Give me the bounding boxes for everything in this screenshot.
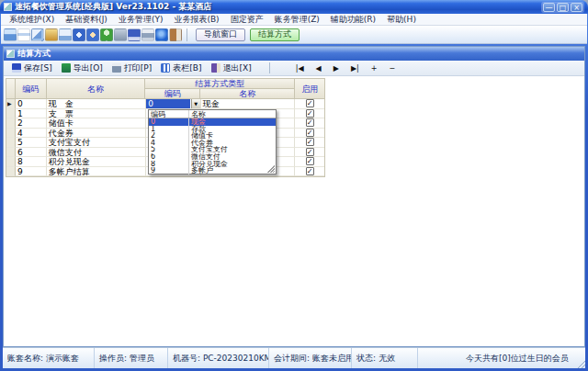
checkbox-checked[interactable]: ✓: [306, 167, 314, 175]
save-icon[interactable]: [128, 28, 141, 41]
panel-icon[interactable]: [114, 28, 127, 41]
editor-selected-text: 0: [146, 99, 190, 108]
name-cell[interactable]: 积分兑现金: [47, 157, 146, 167]
list-item[interactable]: 4 代金券: [149, 140, 276, 147]
list-item[interactable]: 6 微信支付: [149, 153, 276, 161]
first-record-button[interactable]: |◀: [296, 64, 304, 73]
menu-help[interactable]: 帮助(H): [381, 14, 422, 26]
dropdown-header: 编码 名称: [149, 110, 276, 118]
name-cell[interactable]: 现 金: [47, 99, 146, 109]
cascade-windows-icon[interactable]: [31, 28, 44, 41]
columns-button[interactable]: 表栏[B]: [156, 62, 206, 74]
menu-accounting[interactable]: 账务管理(Z): [269, 14, 325, 26]
delete-record-button[interactable]: −: [389, 64, 395, 73]
dropdown-item-name: 微信支付: [189, 153, 276, 161]
enabled-cell[interactable]: ✓: [295, 138, 324, 148]
dropdown-item-code: 2: [149, 132, 189, 140]
maximize-button[interactable]: □: [557, 3, 569, 12]
list-item[interactable]: 2 储值卡: [149, 132, 276, 140]
name-cell[interactable]: 代金券: [47, 129, 146, 139]
tab-settlement-method[interactable]: 结算方式: [250, 28, 300, 41]
checkbox-checked[interactable]: ✓: [306, 118, 314, 127]
enabled-cell[interactable]: ✓: [295, 109, 324, 119]
checkbox-checked[interactable]: ✓: [306, 109, 314, 118]
header-type-name[interactable]: 名称: [200, 89, 295, 99]
next-record-button[interactable]: ▶: [334, 64, 339, 73]
status-birthday-members: 今天共有[0]位过生日的会员: [418, 348, 585, 368]
name-cell[interactable]: 储值卡: [47, 118, 146, 129]
code-cell[interactable]: 1: [16, 109, 47, 119]
checkbox-checked[interactable]: ✓: [306, 157, 314, 165]
exit-icon[interactable]: [169, 28, 182, 41]
code-cell[interactable]: 6: [16, 148, 47, 158]
enabled-cell[interactable]: ✓: [295, 118, 324, 129]
dropdown-item-name: 存款: [189, 126, 276, 133]
type-name-cell[interactable]: 现金: [201, 99, 295, 109]
export-button[interactable]: 导出[O]: [57, 62, 107, 74]
list-item[interactable]: 5 支付宝支付: [149, 146, 276, 153]
list-item[interactable]: 8 积分兑现金: [149, 161, 276, 168]
form-icon[interactable]: [17, 28, 30, 41]
code-cell[interactable]: 8: [16, 157, 47, 167]
checkbox-checked[interactable]: ✓: [306, 148, 314, 156]
combo-dropdown-button[interactable]: ▼: [191, 99, 200, 108]
header-code[interactable]: 编码: [16, 79, 47, 99]
add-record-button[interactable]: +: [371, 64, 378, 73]
enabled-cell[interactable]: ✓: [295, 129, 324, 139]
checkbox-checked[interactable]: ✓: [306, 129, 314, 137]
header-name[interactable]: 名称: [47, 79, 146, 99]
name-cell[interactable]: 微信支付: [47, 148, 146, 158]
sync-orange-icon[interactable]: [86, 28, 99, 41]
menu-reports[interactable]: 业务报表(B): [168, 14, 224, 26]
status-bar: 账套名称: 演示账套 操作员: 管理员 机器号: PC-20230210KMI …: [3, 347, 585, 368]
menu-system[interactable]: 系统维护(X): [4, 14, 60, 26]
help-icon[interactable]: [155, 28, 168, 41]
header-corner: [6, 79, 16, 99]
menu-business[interactable]: 业务管理(Y): [113, 14, 169, 26]
child-window-icon: [6, 50, 15, 58]
prev-record-button[interactable]: ◀: [316, 64, 322, 73]
dropdown-item-name: 多帐户: [189, 167, 276, 174]
screen-icon[interactable]: [59, 28, 72, 41]
list-item[interactable]: 0 现金: [149, 118, 276, 126]
enabled-cell[interactable]: ✓: [295, 157, 324, 167]
print-button[interactable]: 打印[P]: [107, 62, 156, 74]
enabled-cell[interactable]: ✓: [295, 167, 324, 177]
last-record-button[interactable]: ▶|: [351, 64, 359, 73]
row-indicator: [6, 148, 16, 158]
header-enabled[interactable]: 启用: [295, 79, 324, 99]
enabled-cell[interactable]: ✓: [295, 99, 324, 109]
name-cell[interactable]: 支 票: [47, 109, 146, 119]
keyboard-icon[interactable]: [45, 28, 58, 41]
code-cell[interactable]: 4: [16, 129, 47, 139]
list-item[interactable]: 1 存款: [149, 126, 276, 133]
code-cell[interactable]: 5: [16, 138, 47, 148]
member-icon[interactable]: [100, 28, 113, 41]
header-type-group[interactable]: 结算方式类型: [145, 79, 295, 89]
list-item[interactable]: 9 多帐户: [149, 167, 276, 174]
checkbox-checked[interactable]: ✓: [306, 99, 314, 107]
table-columns-icon: [161, 63, 170, 73]
close-button[interactable]: ×: [571, 3, 582, 12]
header-type-code[interactable]: 编码: [145, 89, 200, 99]
enabled-cell[interactable]: ✓: [295, 148, 324, 158]
type-code-editor[interactable]: 0 ▼: [146, 99, 201, 109]
menu-assets[interactable]: 固定资产: [225, 14, 269, 26]
minimize-button[interactable]: —: [543, 3, 555, 12]
code-cell[interactable]: 2: [16, 118, 47, 129]
name-cell[interactable]: 多帐户结算: [47, 167, 146, 177]
current-row-indicator: ▶: [6, 99, 16, 109]
navigation-icon[interactable]: [4, 28, 17, 41]
code-cell[interactable]: 0: [16, 99, 47, 109]
sync-blue-icon[interactable]: [73, 28, 85, 41]
code-cell[interactable]: 9: [16, 167, 47, 177]
print-button-label: 打印[P]: [124, 62, 152, 74]
menu-basedata[interactable]: 基础资料(J): [60, 14, 113, 26]
tab-navigation-window[interactable]: 导航窗口: [196, 28, 245, 41]
name-cell[interactable]: 支付宝支付: [47, 138, 146, 148]
print-icon[interactable]: [141, 28, 154, 41]
save-button[interactable]: 保存[S]: [7, 62, 57, 74]
menu-aux[interactable]: 辅助功能(R): [325, 14, 381, 26]
checkbox-checked[interactable]: ✓: [306, 138, 314, 146]
exit-button[interactable]: 退出[X]: [207, 62, 256, 74]
